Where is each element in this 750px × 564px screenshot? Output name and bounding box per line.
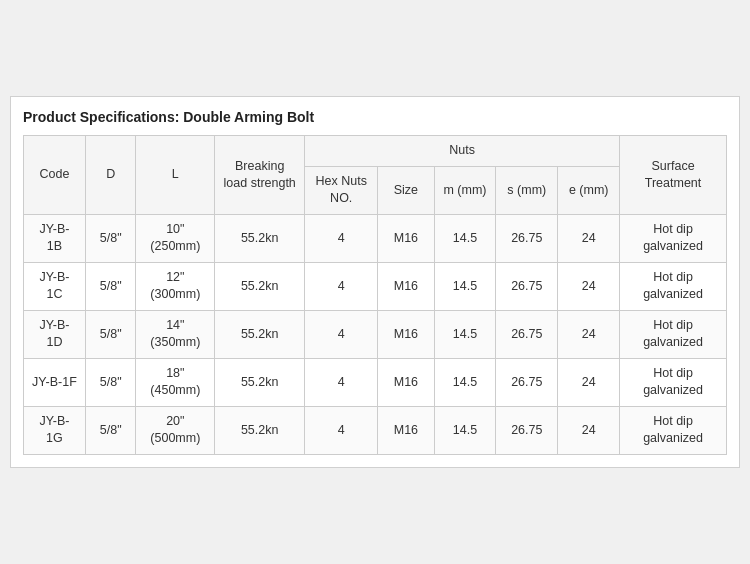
product-spec-table-container: Product Specifications: Double Arming Bo… (10, 96, 740, 468)
cell-m: 14.5 (434, 358, 496, 406)
table-body: JY-B-1B5/8"10" (250mm)55.2kn4M1614.526.7… (24, 214, 727, 454)
spec-table: Code D L Breaking load strength Nuts Sur… (23, 135, 727, 455)
cell-s: 26.75 (496, 214, 558, 262)
header-e: e (mm) (558, 166, 620, 214)
cell-size: M16 (378, 358, 434, 406)
cell-d: 5/8" (85, 310, 136, 358)
cell-d: 5/8" (85, 262, 136, 310)
cell-d: 5/8" (85, 214, 136, 262)
cell-d: 5/8" (85, 406, 136, 454)
cell-hex-nuts: 4 (305, 358, 378, 406)
cell-breaking: 55.2kn (215, 310, 305, 358)
header-breaking: Breaking load strength (215, 136, 305, 215)
cell-s: 26.75 (496, 262, 558, 310)
cell-l: 12" (300mm) (136, 262, 215, 310)
cell-e: 24 (558, 310, 620, 358)
header-d: D (85, 136, 136, 215)
cell-hex-nuts: 4 (305, 310, 378, 358)
cell-size: M16 (378, 406, 434, 454)
cell-e: 24 (558, 214, 620, 262)
cell-l: 18" (450mm) (136, 358, 215, 406)
cell-size: M16 (378, 310, 434, 358)
header-s: s (mm) (496, 166, 558, 214)
cell-d: 5/8" (85, 358, 136, 406)
cell-s: 26.75 (496, 406, 558, 454)
cell-m: 14.5 (434, 406, 496, 454)
cell-l: 14" (350mm) (136, 310, 215, 358)
cell-size: M16 (378, 262, 434, 310)
cell-m: 14.5 (434, 262, 496, 310)
header-l: L (136, 136, 215, 215)
cell-breaking: 55.2kn (215, 358, 305, 406)
cell-surface: Hot dip galvanized (620, 310, 727, 358)
cell-surface: Hot dip galvanized (620, 358, 727, 406)
header-m: m (mm) (434, 166, 496, 214)
cell-e: 24 (558, 406, 620, 454)
cell-code: JY-B-1B (24, 214, 86, 262)
table-row: JY-B-1D5/8"14" (350mm)55.2kn4M1614.526.7… (24, 310, 727, 358)
cell-surface: Hot dip galvanized (620, 262, 727, 310)
cell-m: 14.5 (434, 310, 496, 358)
header-hex-nuts: Hex Nuts NO. (305, 166, 378, 214)
header-nuts-group: Nuts (305, 136, 620, 167)
cell-breaking: 55.2kn (215, 262, 305, 310)
cell-e: 24 (558, 358, 620, 406)
table-row: JY-B-1B5/8"10" (250mm)55.2kn4M1614.526.7… (24, 214, 727, 262)
cell-m: 14.5 (434, 214, 496, 262)
cell-surface: Hot dip galvanized (620, 406, 727, 454)
cell-hex-nuts: 4 (305, 262, 378, 310)
cell-code: JY-B-1G (24, 406, 86, 454)
table-title: Product Specifications: Double Arming Bo… (23, 109, 727, 125)
cell-size: M16 (378, 214, 434, 262)
table-row: JY-B-1C5/8"12" (300mm)55.2kn4M1614.526.7… (24, 262, 727, 310)
cell-l: 20" (500mm) (136, 406, 215, 454)
cell-breaking: 55.2kn (215, 406, 305, 454)
header-surface: Surface Treatment (620, 136, 727, 215)
header-size: Size (378, 166, 434, 214)
cell-s: 26.75 (496, 358, 558, 406)
cell-hex-nuts: 4 (305, 214, 378, 262)
cell-breaking: 55.2kn (215, 214, 305, 262)
cell-code: JY-B-1C (24, 262, 86, 310)
cell-hex-nuts: 4 (305, 406, 378, 454)
cell-code: JY-B-1F (24, 358, 86, 406)
table-row: JY-B-1G5/8"20" (500mm)55.2kn4M1614.526.7… (24, 406, 727, 454)
cell-e: 24 (558, 262, 620, 310)
cell-s: 26.75 (496, 310, 558, 358)
table-row: JY-B-1F5/8"18" (450mm)55.2kn4M1614.526.7… (24, 358, 727, 406)
header-code: Code (24, 136, 86, 215)
cell-code: JY-B-1D (24, 310, 86, 358)
cell-l: 10" (250mm) (136, 214, 215, 262)
cell-surface: Hot dip galvanized (620, 214, 727, 262)
